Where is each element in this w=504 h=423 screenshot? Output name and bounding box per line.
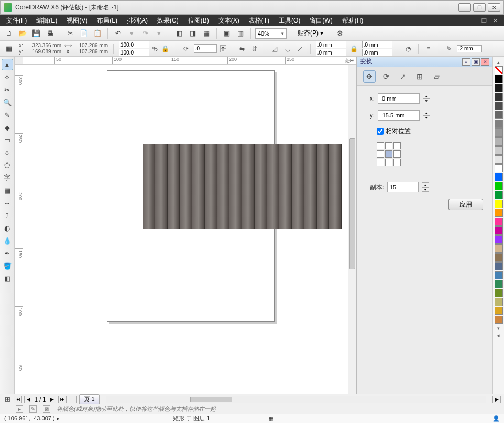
text-tool[interactable]: 字: [2, 172, 13, 183]
smart-fill-tool[interactable]: ◆: [2, 122, 13, 133]
copy-icon[interactable]: 📄: [78, 28, 90, 39]
palette-menu-icon[interactable]: ▸: [16, 405, 23, 413]
corner-bl-input[interactable]: [316, 49, 346, 56]
menu-e[interactable]: 编辑(E): [32, 15, 61, 26]
transform-y-input[interactable]: [378, 110, 420, 121]
pick-tool[interactable]: ▲: [2, 59, 13, 70]
scroll-right-button[interactable]: ▶: [492, 396, 501, 403]
table-tool[interactable]: ▦: [2, 185, 13, 196]
eyedropper-icon[interactable]: ✎: [29, 405, 37, 413]
menu-c[interactable]: 效果(C): [153, 15, 183, 26]
color-swatch[interactable]: [495, 93, 503, 101]
position-tab-icon[interactable]: ✥: [363, 70, 376, 83]
color-swatch[interactable]: [495, 128, 503, 137]
redo-icon[interactable]: ↷: [139, 28, 151, 39]
menu-w[interactable]: 窗口(W): [305, 15, 336, 26]
menu-v[interactable]: 视图(V): [62, 15, 92, 26]
anchor-grid[interactable]: [377, 142, 401, 166]
color-swatch[interactable]: [495, 235, 503, 244]
corner-round-icon[interactable]: ◿: [270, 44, 280, 53]
mdi-restore[interactable]: ❐: [479, 17, 489, 24]
add-page-button[interactable]: +: [69, 396, 77, 403]
color-swatch[interactable]: [495, 226, 503, 235]
scale-tab-icon[interactable]: ⤢: [397, 70, 409, 83]
color-swatch[interactable]: [495, 146, 503, 155]
color-swatch[interactable]: [495, 75, 503, 83]
mirror-h-icon[interactable]: ⇋: [237, 44, 247, 53]
options-icon[interactable]: ⚙: [334, 28, 346, 39]
color-swatch[interactable]: [495, 155, 503, 164]
export-icon[interactable]: ◨: [187, 28, 199, 39]
cut-icon[interactable]: ✂: [64, 28, 76, 39]
ellipse-tool[interactable]: ○: [2, 147, 13, 158]
scale-x-input[interactable]: [119, 41, 149, 48]
crop-tool[interactable]: ✂: [2, 84, 13, 95]
minimize-button[interactable]: —: [458, 3, 471, 12]
outline-tool[interactable]: ✒: [2, 247, 13, 259]
height-value[interactable]: 107.289 mm: [71, 49, 108, 55]
fill-tool[interactable]: 🪣: [2, 260, 13, 272]
shape-tool[interactable]: ✧: [2, 71, 13, 83]
maximize-button[interactable]: ☐: [473, 3, 486, 12]
color-swatch[interactable]: [495, 200, 503, 208]
docker-collapse-icon[interactable]: »: [462, 58, 470, 66]
vertical-ruler[interactable]: 30025020015010050: [15, 65, 23, 394]
connector-tool[interactable]: ⤴: [2, 210, 13, 221]
freehand-tool[interactable]: ✎: [2, 109, 13, 121]
relative-corner-icon[interactable]: ◔: [403, 44, 413, 53]
color-swatch[interactable]: [495, 289, 503, 297]
pos-y-value[interactable]: 169.089 mm: [25, 49, 61, 55]
corner-chamfer-icon[interactable]: ◸: [295, 44, 305, 53]
copies-spin-up[interactable]: ▴: [422, 182, 429, 187]
menu-o[interactable]: 工具(O): [275, 15, 304, 26]
menu-h[interactable]: 帮助(H): [338, 15, 368, 26]
undo-dropdown-icon[interactable]: ▾: [126, 28, 137, 39]
horizontal-ruler[interactable]: 毫米 50100150200250: [23, 57, 356, 65]
color-swatch[interactable]: [495, 271, 503, 279]
next-page-button[interactable]: ▶: [48, 396, 56, 403]
paste-icon[interactable]: 📋: [92, 28, 103, 39]
mdi-minimize[interactable]: —: [467, 17, 477, 24]
scrollbar-thumb[interactable]: [349, 138, 355, 269]
copies-input[interactable]: [387, 182, 419, 192]
skew-tab-icon[interactable]: ▱: [430, 70, 443, 83]
print-icon[interactable]: 🖶: [44, 28, 56, 39]
ruler-origin[interactable]: [15, 57, 23, 65]
app-launcher-icon[interactable]: ▣: [221, 28, 233, 39]
palette-flyout-icon[interactable]: ◂: [497, 332, 500, 339]
zoom-tool[interactable]: 🔍: [2, 96, 13, 108]
menu-f[interactable]: 文件(F): [2, 15, 31, 26]
redo-dropdown-icon[interactable]: ▾: [153, 28, 165, 39]
color-swatch[interactable]: [495, 102, 503, 110]
corner-tr-input[interactable]: [362, 41, 392, 48]
open-icon[interactable]: 📂: [17, 28, 28, 39]
horizontal-scrollbar[interactable]: [106, 396, 486, 403]
no-fill-icon[interactable]: ⊠: [43, 405, 50, 413]
corner-br-input[interactable]: [362, 49, 392, 56]
rectangle-tool[interactable]: ▭: [2, 134, 13, 146]
relative-position-checkbox[interactable]: [377, 128, 384, 135]
color-swatch[interactable]: [495, 253, 503, 262]
prev-page-button[interactable]: ◀: [24, 396, 32, 403]
fill-indicator-icon[interactable]: ▦: [268, 415, 273, 422]
user-icon[interactable]: 👤: [492, 415, 500, 422]
spin-down[interactable]: ▾: [220, 49, 226, 52]
color-swatch[interactable]: [495, 182, 503, 190]
scale-y-input[interactable]: [119, 49, 149, 56]
color-swatch[interactable]: [495, 280, 503, 288]
menu-b[interactable]: 位图(B): [184, 15, 213, 26]
color-swatch[interactable]: [495, 262, 503, 270]
color-swatch[interactable]: [495, 137, 503, 146]
last-page-button[interactable]: ⏭: [58, 396, 67, 403]
rotation-input[interactable]: [194, 44, 217, 53]
page-sorter-icon[interactable]: ⊞: [3, 396, 12, 403]
save-icon[interactable]: 💾: [30, 28, 42, 39]
color-swatch[interactable]: [495, 191, 503, 199]
corner-tl-input[interactable]: [316, 41, 346, 48]
copies-spin-down[interactable]: ▾: [422, 187, 429, 192]
palette-scroll-down-icon[interactable]: ▾: [497, 324, 500, 332]
mdi-close[interactable]: ✕: [491, 17, 500, 24]
welcome-icon[interactable]: ▥: [235, 28, 246, 39]
menu-l[interactable]: 布局(L): [93, 15, 122, 26]
lock-ratio-icon[interactable]: 🔒: [161, 44, 170, 53]
